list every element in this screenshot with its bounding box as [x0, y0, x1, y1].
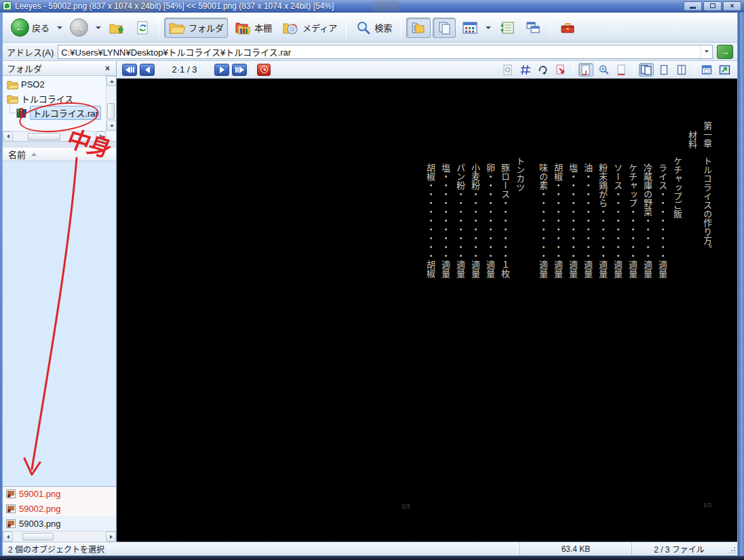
fullscreen-button[interactable]: [717, 63, 732, 77]
text-column: 第一章 トルコライスの作り方。: [699, 121, 714, 379]
tree-horizontal-scrollbar[interactable]: [3, 131, 106, 141]
scroll-down-icon[interactable]: [106, 121, 116, 131]
scroll-right-icon[interactable]: [106, 532, 116, 542]
address-dropdown-icon[interactable]: [701, 45, 712, 58]
media-button[interactable]: メディア: [278, 18, 341, 38]
page-preview-button[interactable]: [501, 63, 515, 77]
toolbar-separator: [694, 64, 694, 76]
back-icon: ←: [11, 18, 29, 37]
text-column: 塩・・・・・・・・・・適量: [565, 163, 580, 379]
next-page-button[interactable]: [214, 64, 229, 76]
tree-pane-icon: [410, 20, 427, 35]
split-page-icon: [676, 64, 687, 75]
zoom-button[interactable]: [596, 63, 611, 77]
image-file-icon: [6, 519, 16, 528]
text-column: 塩・・・・・・・・・・適量: [437, 163, 452, 379]
tree-item-pso2[interactable]: PSO2: [3, 77, 106, 92]
up-folder-button[interactable]: [104, 18, 129, 38]
magnifier-plus-icon: [598, 64, 609, 75]
fit-page-button[interactable]: [579, 63, 593, 77]
scroll-right-icon[interactable]: [96, 132, 106, 142]
text-column: 冷蔵庫の野菜・・・・・適量: [640, 163, 654, 379]
tree-item-torukoraisu[interactable]: トルコライス: [3, 92, 106, 106]
title-bar[interactable]: Leeyes - 59002.png (837 x 1074 x 24bit) …: [0, 0, 744, 12]
search-button[interactable]: 検索: [351, 18, 396, 38]
send-page-icon: [555, 64, 566, 75]
folder-tree: PSO2 トルコライス: [3, 76, 116, 142]
split-page-button[interactable]: [674, 63, 689, 77]
pane-splitter[interactable]: [3, 142, 116, 148]
panel-close-icon[interactable]: ×: [103, 64, 112, 73]
scroll-up-icon[interactable]: [106, 76, 116, 86]
sort-ascending-icon: [31, 153, 37, 156]
file-row[interactable]: 59002.png: [3, 501, 116, 516]
bookshelf-button[interactable]: 本棚: [230, 18, 276, 38]
slideshow-timer-button[interactable]: [257, 64, 271, 76]
address-input[interactable]: [58, 47, 701, 57]
text-column: 豚ロース・・・・・・・１枚: [497, 163, 512, 379]
scrollbar-thumb[interactable]: [28, 133, 60, 140]
scroll-left-icon[interactable]: [3, 132, 13, 142]
scrollbar-thumb[interactable]: [22, 533, 54, 540]
view-mode-dropdown-icon[interactable]: [486, 26, 491, 29]
image-file-icon: [6, 489, 16, 498]
bookshelf-icon: [234, 20, 252, 35]
forward-dropdown-icon[interactable]: [96, 26, 101, 29]
refresh-button[interactable]: [131, 18, 154, 38]
status-bar: 2 個のオブジェクトを選択 63.4 KB 2 / 3 ファイル: [3, 542, 737, 555]
go-button[interactable]: →: [717, 45, 733, 59]
page-canvas[interactable]: 第一章 トルコライスの作り方。 材料 ケチャップご飯 ライス・・・・・・・・適量…: [117, 79, 737, 542]
up-folder-icon: [109, 20, 125, 35]
viewer-pane: 2·1 / 3: [117, 61, 737, 542]
left-page-number: 2/3: [402, 503, 410, 510]
resize-grip[interactable]: [726, 542, 737, 555]
scrollbar-thumb[interactable]: [107, 103, 115, 119]
toolbar-separator: [159, 18, 159, 38]
original-size-button[interactable]: [614, 63, 629, 77]
window-mode-button[interactable]: [699, 63, 714, 77]
tree-item-torukoraisu-rar[interactable]: トルコライス.rar: [3, 106, 106, 120]
refresh-icon: [135, 20, 150, 35]
text-column: 胡椒・・・・・・・・・胡椒: [423, 163, 437, 379]
folder-view-button[interactable]: フォルダ: [164, 18, 228, 38]
toolbar-separator: [401, 18, 402, 38]
text-column: ケチャップご飯: [669, 157, 684, 379]
minimize-button[interactable]: [684, 1, 702, 11]
scroll-left-icon[interactable]: [3, 532, 13, 542]
close-button[interactable]: ×: [723, 1, 741, 11]
spread-view-button[interactable]: [639, 63, 654, 77]
forward-icon: →: [70, 18, 88, 37]
main-toolbar: ← 戻る →: [3, 13, 737, 43]
toolbar-separator: [573, 64, 574, 76]
back-label: 戻る: [32, 21, 50, 34]
back-dropdown-icon[interactable]: [57, 26, 62, 29]
file-row[interactable]: 59003.png: [3, 516, 116, 531]
forward-button[interactable]: →: [66, 16, 92, 39]
rotate-button[interactable]: [536, 63, 551, 77]
previous-page-button[interactable]: [140, 64, 155, 76]
list-horizontal-scrollbar[interactable]: [3, 531, 116, 542]
window-layout-button[interactable]: [521, 18, 545, 38]
last-page-button[interactable]: [232, 64, 247, 76]
file-list-header[interactable]: 名前: [3, 148, 116, 161]
tree-vertical-scrollbar[interactable]: [106, 76, 116, 131]
send-page-button[interactable]: [553, 63, 568, 77]
text-column: ソース・・・・・・・・適量: [610, 163, 625, 379]
grid-button[interactable]: [518, 63, 533, 77]
view-mode-button[interactable]: [458, 18, 482, 38]
text-column: 胡椒・・・・・・・・・適量: [550, 163, 565, 379]
file-row[interactable]: 59001.png: [3, 486, 116, 501]
first-page-button[interactable]: [122, 64, 137, 76]
grid-icon: [520, 64, 531, 75]
window-body: ← 戻る →: [2, 12, 738, 556]
tree-pane-toggle-button[interactable]: [406, 18, 431, 38]
sort-button[interactable]: [494, 18, 519, 38]
view-mode-icon: [462, 20, 478, 35]
back-button[interactable]: ← 戻る: [7, 16, 54, 39]
text-column: 油・・・・・・・・・・適量: [580, 163, 595, 379]
glass-reflection: [373, 0, 399, 12]
single-page-button[interactable]: [657, 63, 671, 77]
tools-button[interactable]: [555, 18, 580, 38]
maximize-button[interactable]: [703, 1, 722, 11]
pages-pane-toggle-button[interactable]: [433, 18, 456, 38]
